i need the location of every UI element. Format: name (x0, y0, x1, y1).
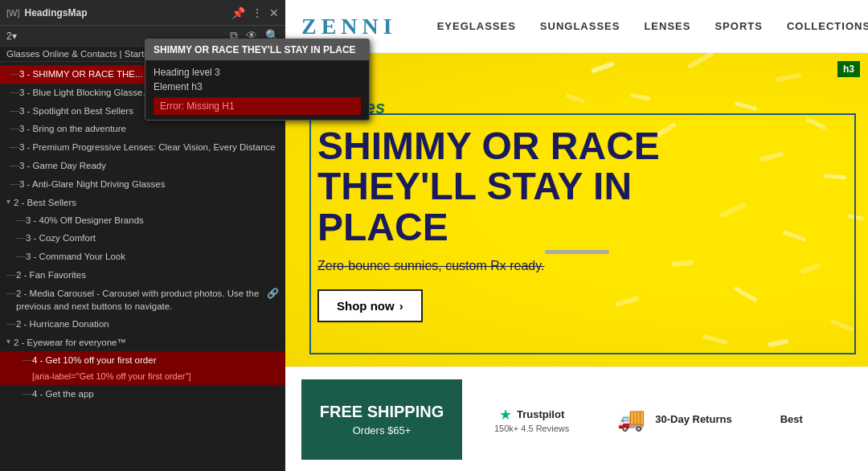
tree-connector: — (6, 268, 13, 282)
chevron-right-icon: › (399, 299, 403, 313)
heading-item-text: 3 - Anti-Glare Night Driving Glasses (19, 178, 279, 190)
more-icon[interactable]: ⋮ (252, 6, 263, 19)
panel-logo: [W] (6, 8, 20, 18)
tooltip-popup: SHIMMY OR RACE THEY'LL STAY IN PLACE Hea… (145, 39, 370, 121)
tree-connector: — (16, 231, 23, 245)
tooltip-element: Element h3 (154, 80, 361, 94)
tree-connector: — (6, 317, 13, 331)
hero-subtitle: Zero-bounce sunnies, custom Rx ready. (317, 259, 836, 273)
free-shipping-title: FREE SHIPPING (320, 403, 444, 421)
heading-item[interactable]: — 3 - Premium Progressive Lenses: Clear … (0, 138, 285, 157)
panel-icons: 📌 ⋮ ✕ (231, 6, 279, 19)
heading-item[interactable]: — 2 - Media Carousel - Carousel with pro… (0, 285, 285, 315)
hero-content: Zunnies SHIMMY OR RACE THEY'LL STAY IN P… (317, 97, 836, 322)
returns-label: 30-Day Returns (655, 413, 731, 425)
hero-brand-label: Zunnies (317, 97, 836, 118)
shop-now-label: Shop now (337, 299, 395, 313)
tree-connector: — (10, 86, 16, 100)
pin-icon[interactable]: 📌 (231, 6, 245, 19)
collapse-arrow-icon[interactable]: ▾ (6, 196, 10, 207)
nav-sunglasses[interactable]: SUNGLASSES (540, 20, 620, 32)
heading-item-text: 4 - Get 10% off your first order (32, 354, 279, 367)
tree-connector: — (10, 159, 16, 173)
tooltip-level: Heading level 3 (154, 65, 361, 80)
nav-collections[interactable]: COLLECTIONS (787, 20, 868, 32)
heading-item-text: 2 - Eyewear for everyone™ (14, 336, 279, 349)
heading-item[interactable]: — 2 - Fan Favorites (0, 266, 285, 285)
tree-connector: — (10, 141, 16, 154)
panel-title: HeadingsMap (25, 7, 88, 18)
trustpilot-star-icon: ★ (499, 406, 512, 424)
site-logo[interactable]: ZENNI (301, 14, 397, 39)
nav-sports[interactable]: SPORTS (714, 20, 762, 32)
heading-item[interactable]: — 4 - Get 10% off your first order [aria… (0, 351, 285, 385)
heading-item[interactable]: — 3 - Game Day Ready (0, 157, 285, 175)
tree-connector: — (16, 250, 23, 264)
tree-connector: — (10, 178, 16, 191)
nav-bar: ZENNI EYEGLASSES SUNGLASSES LENSES SPORT… (285, 0, 868, 53)
returns-item: 🚚 30-Day Returns (593, 406, 755, 432)
best-label: Best (780, 413, 803, 425)
tree-connector: — (16, 214, 23, 227)
heading-item[interactable]: — 2 - Hurricane Donation (0, 315, 285, 334)
heading-item[interactable]: — 3 - 40% Off Designer Brands (0, 211, 285, 230)
heading-item-text: 2 - Media Carousel - Carousel with produ… (16, 287, 264, 313)
hero-title: SHIMMY OR RACE THEY'LL STAY IN PLACE (317, 126, 719, 248)
tree-connector: — (23, 354, 29, 367)
heading-item-text: 3 - Cozy Comfort (26, 231, 279, 244)
heading-item[interactable]: — 3 - Command Your Look (0, 248, 285, 266)
tooltip-error: Error: Missing H1 (154, 97, 361, 115)
heading-item[interactable]: ▾ 2 - Best Sellers (0, 194, 285, 211)
nav-lenses[interactable]: LENSES (644, 20, 690, 32)
heading-item-text: 2 - Hurricane Donation (16, 317, 279, 330)
bottom-bar: FREE SHIPPING Orders $65+ ★ Trustpilot 1… (285, 367, 868, 471)
headings-map-panel: [W] HeadingsMap 📌 ⋮ ✕ 2▾ ⧉ 👁 🔍 Glasses O… (0, 0, 285, 471)
hero-section: Zunnies SHIMMY OR RACE THEY'LL STAY IN P… (285, 53, 868, 367)
free-shipping-box: FREE SHIPPING Orders $65+ (301, 379, 462, 460)
tree-connector: — (10, 104, 16, 118)
scroll-indicator (545, 250, 609, 254)
heading-item[interactable]: — 3 - Bring on the adventure (0, 120, 285, 138)
truck-icon: 🚚 (617, 406, 645, 432)
heading-item[interactable]: — 3 - Cozy Comfort (0, 229, 285, 248)
close-icon[interactable]: ✕ (269, 6, 279, 19)
heading-item-text: 2 - Fan Favorites (16, 268, 279, 281)
h3-badge: h3 (837, 61, 860, 77)
heading-item[interactable]: — 3 - Anti-Glare Night Driving Glasses (0, 175, 285, 194)
heading-item[interactable]: — 4 - Get the app (0, 385, 285, 403)
tree-connector: — (6, 287, 13, 301)
tree-connector: — (10, 122, 16, 136)
heading-item-text: 3 - 40% Off Designer Brands (26, 214, 279, 227)
heading-item-text: 3 - Game Day Ready (19, 159, 279, 172)
level-indicator[interactable]: 2▾ (6, 31, 17, 42)
panel-header: [W] HeadingsMap 📌 ⋮ ✕ (0, 0, 285, 26)
heading-item-text: 3 - Bring on the adventure (19, 122, 279, 135)
panel-title-row: [W] HeadingsMap (6, 7, 88, 18)
heading-item-text: 3 - Command Your Look (26, 250, 279, 263)
best-item: Best (756, 413, 827, 425)
tree-connector: — (23, 387, 29, 401)
nav-eyeglasses[interactable]: EYEGLASSES (437, 20, 516, 32)
heading-item-text: 2 - Best Sellers (14, 196, 279, 209)
trustpilot-item: ★ Trustpilot 150k+ 4.5 Reviews (462, 406, 593, 433)
heading-item-text: 3 - Premium Progressive Lenses: Clear Vi… (19, 141, 279, 154)
free-shipping-subtitle: Orders $65+ (353, 424, 411, 436)
trustpilot-reviews: 150k+ 4.5 Reviews (494, 424, 569, 433)
tree-connector: — (10, 68, 16, 81)
trustpilot-label: Trustpilot (517, 408, 564, 420)
heading-item-text: 4 - Get the app (32, 387, 279, 400)
heading-item[interactable]: ▾ 2 - Eyewear for everyone™ (0, 334, 285, 351)
link-icon[interactable]: 🔗 (267, 287, 279, 301)
tooltip-body: Heading level 3 Element h3 Error: Missin… (145, 60, 369, 120)
tooltip-title: SHIMMY OR RACE THEY'LL STAY IN PLACE (145, 39, 369, 60)
shop-now-button[interactable]: Shop now › (317, 289, 423, 322)
panel-content: — 3 - SHIMMY OR RACE THE... — 3 - Blue L… (0, 62, 285, 471)
collapse-arrow-icon[interactable]: ▾ (6, 336, 10, 347)
website-area: ZENNI EYEGLASSES SUNGLASSES LENSES SPORT… (285, 0, 868, 471)
